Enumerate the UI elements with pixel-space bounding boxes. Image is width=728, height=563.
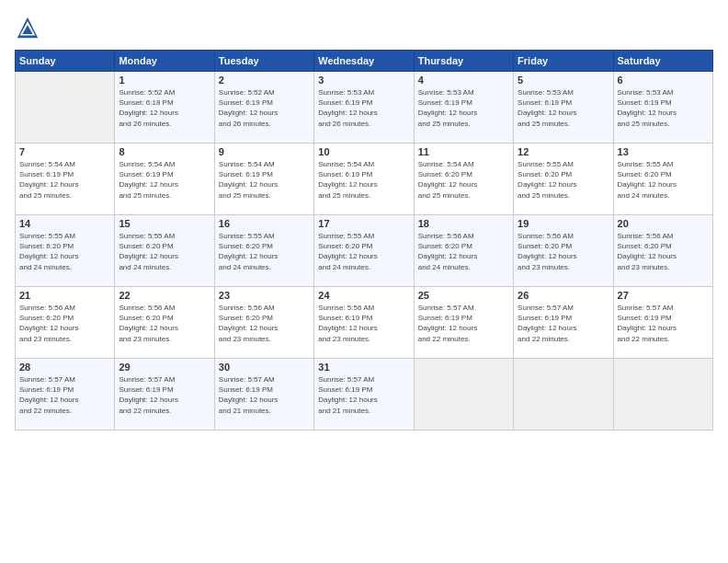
day-info: Sunrise: 5:52 AM Sunset: 6:19 PM Dayligh… — [219, 87, 310, 129]
col-header-tuesday: Tuesday — [214, 51, 313, 72]
day-info: Sunrise: 5:57 AM Sunset: 6:19 PM Dayligh… — [19, 374, 110, 416]
day-info: Sunrise: 5:55 AM Sunset: 6:20 PM Dayligh… — [19, 231, 110, 272]
logo-icon — [15, 15, 40, 40]
day-info: Sunrise: 5:54 AM Sunset: 6:19 PM Dayligh… — [19, 159, 110, 201]
day-number: 15 — [119, 218, 210, 229]
day-cell: 9Sunrise: 5:54 AM Sunset: 6:19 PM Daylig… — [214, 144, 313, 215]
col-header-wednesday: Wednesday — [314, 51, 414, 72]
day-info: Sunrise: 5:57 AM Sunset: 6:19 PM Dayligh… — [518, 303, 609, 344]
day-info: Sunrise: 5:56 AM Sunset: 6:20 PM Dayligh… — [418, 231, 509, 272]
day-info: Sunrise: 5:53 AM Sunset: 6:19 PM Dayligh… — [618, 87, 709, 129]
day-info: Sunrise: 5:56 AM Sunset: 6:20 PM Dayligh… — [618, 231, 709, 272]
col-header-saturday: Saturday — [613, 51, 712, 72]
week-row-5: 28Sunrise: 5:57 AM Sunset: 6:19 PM Dayli… — [16, 359, 713, 431]
day-number: 29 — [119, 362, 210, 373]
day-cell: 22Sunrise: 5:56 AM Sunset: 6:20 PM Dayli… — [115, 287, 214, 359]
day-number: 19 — [518, 218, 609, 229]
day-info: Sunrise: 5:54 AM Sunset: 6:19 PM Dayligh… — [318, 159, 409, 201]
day-number: 23 — [219, 290, 310, 301]
day-info: Sunrise: 5:55 AM Sunset: 6:20 PM Dayligh… — [518, 159, 609, 201]
day-info: Sunrise: 5:56 AM Sunset: 6:20 PM Dayligh… — [219, 303, 310, 344]
day-cell: 23Sunrise: 5:56 AM Sunset: 6:20 PM Dayli… — [214, 287, 313, 359]
day-number: 21 — [19, 290, 110, 301]
day-cell: 13Sunrise: 5:55 AM Sunset: 6:20 PM Dayli… — [613, 144, 712, 215]
col-header-monday: Monday — [115, 51, 214, 72]
day-number: 20 — [618, 218, 709, 229]
day-cell: 17Sunrise: 5:55 AM Sunset: 6:20 PM Dayli… — [314, 215, 414, 287]
day-cell: 21Sunrise: 5:56 AM Sunset: 6:20 PM Dayli… — [16, 287, 115, 359]
day-info: Sunrise: 5:55 AM Sunset: 6:20 PM Dayligh… — [618, 159, 709, 201]
day-number: 24 — [318, 290, 409, 301]
day-cell: 1Sunrise: 5:52 AM Sunset: 6:18 PM Daylig… — [115, 72, 214, 144]
day-info: Sunrise: 5:54 AM Sunset: 6:19 PM Dayligh… — [119, 159, 210, 201]
col-header-sunday: Sunday — [16, 51, 115, 72]
day-number: 11 — [418, 146, 509, 157]
day-cell: 5Sunrise: 5:53 AM Sunset: 6:19 PM Daylig… — [514, 72, 613, 144]
day-number: 27 — [618, 290, 709, 301]
day-cell: 20Sunrise: 5:56 AM Sunset: 6:20 PM Dayli… — [613, 215, 712, 287]
day-number: 2 — [219, 75, 310, 86]
col-header-thursday: Thursday — [414, 51, 513, 72]
day-info: Sunrise: 5:57 AM Sunset: 6:19 PM Dayligh… — [219, 374, 310, 416]
day-info: Sunrise: 5:55 AM Sunset: 6:20 PM Dayligh… — [318, 231, 409, 272]
day-cell: 10Sunrise: 5:54 AM Sunset: 6:19 PM Dayli… — [314, 144, 414, 215]
week-row-3: 14Sunrise: 5:55 AM Sunset: 6:20 PM Dayli… — [16, 215, 713, 287]
day-info: Sunrise: 5:55 AM Sunset: 6:20 PM Dayligh… — [119, 231, 210, 272]
day-info: Sunrise: 5:56 AM Sunset: 6:20 PM Dayligh… — [19, 303, 110, 344]
day-cell: 8Sunrise: 5:54 AM Sunset: 6:19 PM Daylig… — [115, 144, 214, 215]
header — [15, 15, 713, 40]
day-number: 22 — [119, 290, 210, 301]
week-row-1: 1Sunrise: 5:52 AM Sunset: 6:18 PM Daylig… — [16, 72, 713, 144]
day-cell: 4Sunrise: 5:53 AM Sunset: 6:19 PM Daylig… — [414, 72, 513, 144]
day-cell: 2Sunrise: 5:52 AM Sunset: 6:19 PM Daylig… — [214, 72, 313, 144]
day-number: 25 — [418, 290, 509, 301]
day-cell: 19Sunrise: 5:56 AM Sunset: 6:20 PM Dayli… — [514, 215, 613, 287]
day-number: 1 — [119, 75, 210, 86]
day-info: Sunrise: 5:53 AM Sunset: 6:19 PM Dayligh… — [418, 87, 509, 129]
day-info: Sunrise: 5:55 AM Sunset: 6:20 PM Dayligh… — [219, 231, 310, 272]
day-cell: 14Sunrise: 5:55 AM Sunset: 6:20 PM Dayli… — [16, 215, 115, 287]
day-cell: 6Sunrise: 5:53 AM Sunset: 6:19 PM Daylig… — [613, 72, 712, 144]
calendar-container: SundayMondayTuesdayWednesdayThursdayFrid… — [0, 0, 728, 438]
day-info: Sunrise: 5:56 AM Sunset: 6:19 PM Dayligh… — [318, 303, 409, 344]
day-number: 26 — [518, 290, 609, 301]
day-info: Sunrise: 5:54 AM Sunset: 6:20 PM Dayligh… — [418, 159, 509, 201]
day-cell: 27Sunrise: 5:57 AM Sunset: 6:19 PM Dayli… — [613, 287, 712, 359]
day-info: Sunrise: 5:57 AM Sunset: 6:19 PM Dayligh… — [618, 303, 709, 344]
day-cell: 28Sunrise: 5:57 AM Sunset: 6:19 PM Dayli… — [16, 359, 115, 431]
day-info: Sunrise: 5:56 AM Sunset: 6:20 PM Dayligh… — [119, 303, 210, 344]
day-info: Sunrise: 5:53 AM Sunset: 6:19 PM Dayligh… — [518, 87, 609, 129]
day-number: 14 — [19, 218, 110, 229]
day-cell: 24Sunrise: 5:56 AM Sunset: 6:19 PM Dayli… — [314, 287, 414, 359]
day-cell: 7Sunrise: 5:54 AM Sunset: 6:19 PM Daylig… — [16, 144, 115, 215]
day-number: 8 — [119, 146, 210, 157]
day-cell — [414, 359, 513, 431]
day-number: 30 — [219, 362, 310, 373]
day-number: 10 — [318, 146, 409, 157]
day-number: 3 — [318, 75, 409, 86]
day-number: 12 — [518, 146, 609, 157]
day-cell: 25Sunrise: 5:57 AM Sunset: 6:19 PM Dayli… — [414, 287, 513, 359]
day-cell: 3Sunrise: 5:53 AM Sunset: 6:19 PM Daylig… — [314, 72, 414, 144]
day-cell: 12Sunrise: 5:55 AM Sunset: 6:20 PM Dayli… — [514, 144, 613, 215]
week-row-2: 7Sunrise: 5:54 AM Sunset: 6:19 PM Daylig… — [16, 144, 713, 215]
week-row-4: 21Sunrise: 5:56 AM Sunset: 6:20 PM Dayli… — [16, 287, 713, 359]
day-info: Sunrise: 5:56 AM Sunset: 6:20 PM Dayligh… — [518, 231, 609, 272]
day-info: Sunrise: 5:53 AM Sunset: 6:19 PM Dayligh… — [318, 87, 409, 129]
day-number: 17 — [318, 218, 409, 229]
day-number: 16 — [219, 218, 310, 229]
day-cell — [16, 72, 115, 144]
day-number: 13 — [618, 146, 709, 157]
day-info: Sunrise: 5:54 AM Sunset: 6:19 PM Dayligh… — [219, 159, 310, 201]
day-number: 28 — [19, 362, 110, 373]
day-cell: 29Sunrise: 5:57 AM Sunset: 6:19 PM Dayli… — [115, 359, 214, 431]
day-info: Sunrise: 5:57 AM Sunset: 6:19 PM Dayligh… — [119, 374, 210, 416]
day-cell: 26Sunrise: 5:57 AM Sunset: 6:19 PM Dayli… — [514, 287, 613, 359]
day-number: 4 — [418, 75, 509, 86]
day-number: 6 — [618, 75, 709, 86]
day-cell — [613, 359, 712, 431]
day-cell: 11Sunrise: 5:54 AM Sunset: 6:20 PM Dayli… — [414, 144, 513, 215]
day-cell: 30Sunrise: 5:57 AM Sunset: 6:19 PM Dayli… — [214, 359, 313, 431]
day-number: 5 — [518, 75, 609, 86]
day-number: 18 — [418, 218, 509, 229]
